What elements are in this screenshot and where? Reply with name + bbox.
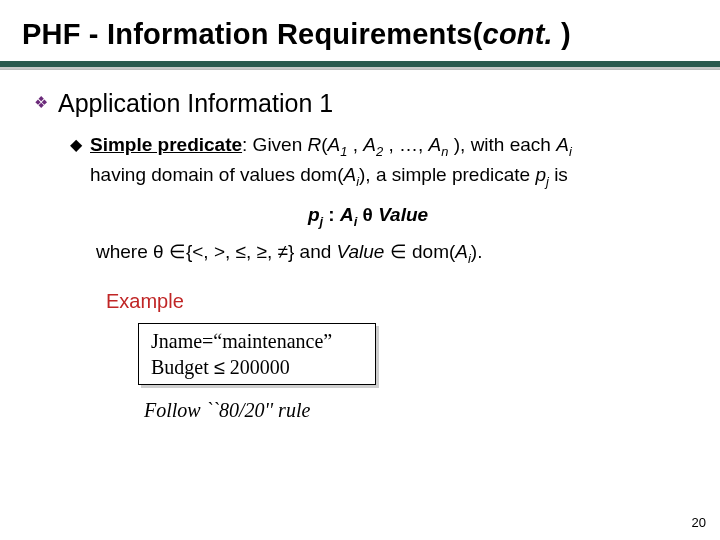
follow-line: Follow ``80/20'' rule	[144, 399, 702, 422]
t-c1: ,	[347, 134, 363, 155]
f-A: A	[340, 204, 354, 225]
title-cont: cont.	[483, 18, 553, 50]
bullet-level1: ❖ Application Information 1	[34, 88, 702, 118]
sunburst-icon: ◆	[70, 130, 82, 160]
title-tail: )	[553, 18, 571, 50]
t-is: is	[549, 164, 568, 185]
w-value: Value	[337, 241, 385, 262]
t-close: ), with each	[448, 134, 556, 155]
t-A2a: A	[363, 134, 376, 155]
t-l2b: ), a simple predicate	[359, 164, 535, 185]
t-l2a: having domain of values dom(	[90, 164, 343, 185]
example-label: Example	[106, 290, 702, 313]
where-line: where θ ∈{<, >, ≤, ≥, ≠} and Value ∈ dom…	[96, 238, 702, 266]
w-in: ∈	[169, 241, 186, 262]
w-set: {<, >, ≤, ≥, ≠} and	[186, 241, 337, 262]
ex2op: ≤	[214, 356, 225, 378]
t-R: R	[308, 134, 322, 155]
simple-predicate-label: Simple predicate	[90, 134, 242, 155]
ex2a: Budget	[151, 356, 214, 378]
formula: pj : Ai θ Value	[34, 204, 702, 226]
slide-title: PHF - Information Requirements(cont. )	[0, 0, 720, 55]
title-thin-rule	[0, 69, 720, 70]
t-Ana: A	[429, 134, 442, 155]
f-theta: θ	[357, 204, 378, 225]
f-p: p	[308, 204, 320, 225]
w-in2: ∈ dom(	[384, 241, 455, 262]
ex2b: 200000	[225, 356, 290, 378]
lvl1-text: Application Information 1	[58, 88, 333, 118]
example-box: Jname=“maintenance” Budget ≤ 200000	[138, 323, 376, 385]
example-line1: Jname=“maintenance”	[151, 328, 363, 354]
lvl2-text: Simple predicate: Given R(A1 , A2 , …, A…	[90, 130, 572, 190]
t-given: : Given	[242, 134, 307, 155]
t-A1a: A	[328, 134, 341, 155]
title-main: PHF - Information Requirements(	[22, 18, 483, 50]
t-Ai: A	[556, 134, 569, 155]
t-Ai2: A	[343, 164, 356, 185]
example-line2: Budget ≤ 200000	[151, 354, 363, 380]
w-pre: where	[96, 241, 153, 262]
t-p: p	[535, 164, 546, 185]
t-si: i	[569, 144, 572, 159]
w-tail: ).	[471, 241, 483, 262]
page-number: 20	[692, 515, 706, 530]
title-rule	[0, 61, 720, 67]
f-colon: :	[323, 204, 340, 225]
f-value: Value	[378, 204, 428, 225]
w-A: A	[455, 241, 468, 262]
diamond-icon: ❖	[34, 88, 48, 118]
bullet-level2: ◆ Simple predicate: Given R(A1 , A2 , …,…	[70, 130, 702, 190]
t-dots: , …,	[383, 134, 428, 155]
w-theta: θ	[153, 241, 169, 262]
